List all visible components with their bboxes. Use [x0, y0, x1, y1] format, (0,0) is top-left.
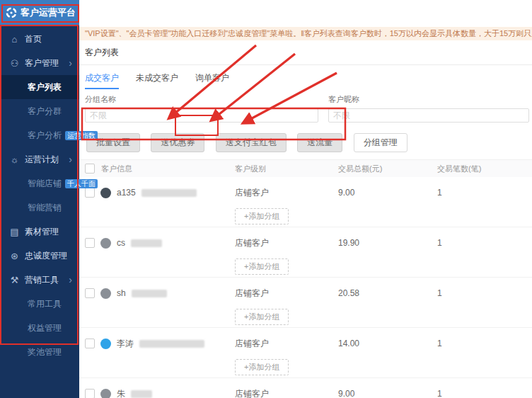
sidebar-item[interactable]: ▤ 素材管理 › — [0, 220, 79, 244]
customer-name: a135 — [117, 188, 136, 198]
sidebar-item-label: 智能营销 — [28, 202, 62, 214]
table-row: cs 店铺客户 19.90 1 +添加分组 — [79, 227, 532, 278]
sidebar-item-badge: 千人千面 — [65, 179, 98, 188]
column-total-amount: 交易总额(元) — [338, 164, 437, 174]
column-customer-info: 客户信息 — [101, 164, 132, 174]
table-row: 李涛 店铺客户 14.00 1 +添加分组 — [79, 328, 532, 378]
table-row: sh 店铺客户 20.58 1 +添加分组 — [79, 278, 532, 328]
main-content: "VIP设置"、"会员卡管理"功能入口迁移到"忠诚度管理"菜单啦。‖客户列表查询… — [79, 0, 532, 398]
sidebar-item-label: 奖池管理 — [28, 346, 62, 358]
customer-name: 李涛 — [117, 338, 134, 350]
column-customer-level: 客户级别 — [235, 164, 338, 174]
sidebar-item[interactable]: 客户分析 运营指数 › — [0, 123, 79, 147]
tools-icon: ⚒ — [9, 275, 20, 285]
total-amount: 14.00 — [338, 328, 437, 359]
row-checkbox[interactable] — [85, 389, 95, 398]
chevron-right-icon: › — [69, 58, 72, 68]
sidebar-item[interactable]: ☼ 运营计划 › — [0, 147, 79, 171]
chevron-right-icon: › — [69, 154, 72, 164]
row-checkbox[interactable] — [85, 339, 95, 348]
select-all-checkbox[interactable] — [85, 164, 95, 174]
add-to-group-button[interactable]: +添加分组 — [235, 258, 289, 275]
users-icon: ⚇ — [9, 58, 20, 69]
customer-name: 朱 — [117, 388, 125, 398]
customer-nickname-label: 客户昵称 — [328, 94, 529, 105]
send-traffic-button[interactable]: 送流量 — [297, 133, 342, 152]
row-checkbox[interactable] — [85, 288, 95, 298]
total-amount: 20.58 — [338, 278, 437, 309]
sidebar-item-label: 客户列表 — [28, 81, 62, 93]
transaction-count: 1 — [437, 177, 532, 208]
plan-icon: ☼ — [9, 154, 20, 165]
add-to-group-button[interactable]: +添加分组 — [235, 359, 289, 375]
group-management-button[interactable]: 分组管理 — [354, 133, 407, 152]
row-checkbox[interactable] — [85, 238, 95, 248]
send-coupon-button[interactable]: 送优惠券 — [151, 133, 204, 152]
avatar — [100, 288, 111, 299]
tab[interactable]: 成交客户 — [85, 72, 119, 89]
sidebar-item-label: 忠诚度管理 — [25, 250, 67, 262]
sidebar-item-label: 智能店铺 — [28, 178, 62, 190]
loyalty-icon: ⊛ — [9, 251, 20, 261]
table-header: 客户信息 客户级别 交易总额(元) 交易笔数(笔) — [79, 159, 532, 177]
transaction-count: 1 — [437, 227, 532, 258]
sidebar-item-label: 素材管理 — [25, 226, 59, 238]
chevron-right-icon: › — [69, 275, 72, 285]
customer-nickname-input[interactable] — [328, 108, 529, 123]
table-row: a135 店铺客户 9.00 1 +添加分组 — [79, 177, 532, 227]
transaction-count: 1 — [437, 378, 532, 398]
total-amount: 9.00 — [338, 177, 437, 208]
app-logo[interactable]: 客户运营平台 — [0, 0, 79, 25]
add-to-group-button[interactable]: +添加分组 — [235, 309, 289, 325]
material-icon: ▤ — [9, 227, 20, 237]
avatar — [100, 238, 111, 249]
home-icon: ⌂ — [9, 34, 20, 45]
sidebar-item[interactable]: ⌂ 首页 › — [0, 27, 79, 51]
customer-name: sh — [117, 288, 126, 298]
sidebar-item[interactable]: 智能营销 › — [0, 195, 79, 220]
toolbar: 批量设置 送优惠券 送支付宝红包 送流量 分组管理 — [79, 123, 532, 159]
customer-level: 店铺客户 — [235, 177, 338, 208]
notice-bar: "VIP设置"、"会员卡管理"功能入口迁移到"忠诚度管理"菜单啦。‖客户列表查询… — [79, 27, 532, 40]
sidebar-item-label: 权益管理 — [28, 322, 62, 334]
transaction-count: 1 — [437, 278, 532, 309]
sidebar-item[interactable]: ⊛ 忠诚度管理 › — [0, 244, 79, 268]
sidebar-item[interactable]: ⚇ 客户管理 › — [0, 51, 79, 75]
customer-level: 店铺客户 — [235, 378, 338, 398]
redacted-name-blur — [131, 239, 162, 247]
sidebar-item-label: 营销工具 — [25, 274, 59, 286]
group-name-label: 分组名称 — [85, 94, 318, 105]
customer-level: 店铺客户 — [235, 328, 338, 359]
row-checkbox[interactable] — [85, 188, 95, 198]
redacted-name-blur — [141, 189, 197, 197]
customer-level: 店铺客户 — [235, 278, 338, 309]
column-transaction-count: 交易笔数(笔) — [437, 164, 532, 174]
send-alipay-redpacket-button[interactable]: 送支付宝红包 — [216, 133, 287, 152]
page-title: 客户列表 — [79, 40, 532, 65]
add-to-group-button[interactable]: +添加分组 — [235, 208, 289, 224]
sidebar-item-label: 客户管理 — [25, 57, 59, 69]
sidebar-item[interactable]: 客户列表 › — [0, 75, 79, 99]
filters: 分组名称 客户昵称 — [79, 89, 532, 123]
transaction-count: 1 — [437, 328, 532, 359]
sidebar: 客户运营平台 ⌂ 首页 › ⚇ 客户管理 › 客户列表 › — [0, 0, 79, 398]
sidebar-item-label: 首页 — [25, 33, 42, 45]
logo-icon — [6, 7, 17, 18]
sidebar-item[interactable]: 客户分群 › — [0, 99, 79, 123]
total-amount: 19.90 — [338, 227, 437, 258]
sidebar-item[interactable]: 智能店铺 千人千面 › — [0, 171, 79, 195]
tab[interactable]: 询单客户 — [195, 72, 229, 89]
sidebar-item[interactable]: 常用工具 › — [0, 292, 79, 316]
tab[interactable]: 未成交客户 — [136, 72, 178, 89]
table-row: 朱 店铺客户 9.00 1 +添加分组 — [79, 378, 532, 398]
sidebar-item-label: 客户分析 — [28, 130, 62, 142]
sidebar-item[interactable]: ⚒ 营销工具 › — [0, 268, 79, 292]
group-name-input[interactable] — [85, 108, 318, 123]
sidebar-item[interactable]: 奖池管理 › — [0, 340, 79, 364]
app-title: 客户运营平台 — [21, 6, 76, 19]
avatar — [100, 389, 111, 398]
sidebar-item-label: 客户分群 — [28, 106, 62, 118]
avatar — [100, 188, 111, 198]
sidebar-item[interactable]: 权益管理 › — [0, 316, 79, 340]
sidebar-item-label: 常用工具 — [28, 298, 62, 310]
